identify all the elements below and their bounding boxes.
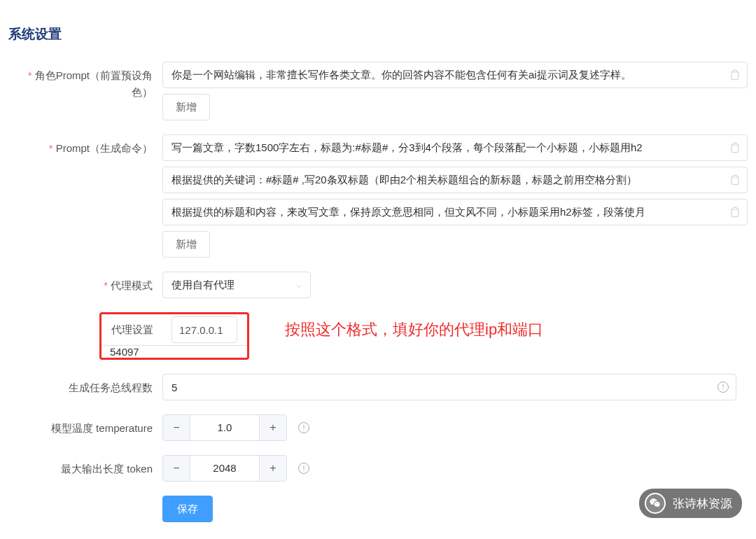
label-proxy-settings: 代理设置 [111,323,153,337]
trash-icon[interactable] [729,206,741,218]
row-prompt: *Prompt（生成命令） 写一篇文章，字数1500字左右，标题为:#标题#，分… [8,134,748,258]
info-icon: ! [298,422,309,433]
row-proxy-mode: *代理模式 使用自有代理 [8,272,748,298]
row-role-prompt: *角色Prompt（前置预设角色） 你是一个网站编辑，非常擅长写作各类文章。你的… [8,62,748,120]
trash-icon[interactable] [729,142,741,153]
threads-input[interactable]: 5 ! [162,374,736,400]
chevron-down-icon [295,281,303,289]
label-max-tokens: 最大输出长度 token [8,455,162,477]
max-tokens-minus-button[interactable]: − [163,456,190,481]
temperature-plus-button[interactable]: + [260,415,286,440]
save-button[interactable]: 保存 [162,496,213,522]
temperature-stepper: − 1.0 + [162,414,287,441]
max-tokens-plus-button[interactable]: + [260,456,286,481]
proxy-ip-input[interactable]: 127.0.0.1 [172,316,237,343]
proxy-annotation: 按照这个格式，填好你的代理ip和端口 [285,319,543,340]
info-icon: ! [298,463,309,474]
info-icon: ! [718,382,729,393]
prompt-input-0[interactable]: 写一篇文章，字数1500字左右，标题为:#标题#，分3到4个段落，每个段落配一个… [162,134,748,161]
role-prompt-input-0[interactable]: 你是一个网站编辑，非常擅长写作各类文章。你的回答内容不能包含任何有关ai提示词及… [162,62,748,88]
proxy-mode-select[interactable]: 使用自有代理 [162,272,311,298]
page-title: 系统设置 [8,25,748,43]
proxy-port-input[interactable]: 54097 [102,345,247,358]
row-max-tokens: 最大输出长度 token − 2048 + ! [8,455,748,482]
max-tokens-stepper: − 2048 + [162,455,287,482]
label-threads: 生成任务总线程数 [8,374,162,396]
add-role-prompt-button[interactable]: 新增 [162,94,210,120]
wechat-source-badge: 张诗林资源 [639,489,742,518]
row-proxy-settings: 代理设置 127.0.0.1 54097 按照这个格式，填好你的代理ip和端口 [8,312,748,360]
label-prompt: *Prompt（生成命令） [8,134,162,157]
label-proxy-mode: *代理模式 [8,272,162,294]
prompt-input-1[interactable]: 根据提供的关键词：#标题# ,写20条双标题（即由2个相关标题组合的新标题，标题… [162,167,748,193]
temperature-value[interactable]: 1.0 [190,415,260,440]
proxy-settings-group: 代理设置 127.0.0.1 54097 [99,312,249,360]
label-temperature: 模型温度 temperature [8,414,162,437]
row-threads: 生成任务总线程数 5 ! [8,374,748,400]
wechat-icon [645,493,666,514]
prompt-input-2[interactable]: 根据提供的标题和内容，来改写文章，保持原文意思相同，但文风不同，小标题采用h2标… [162,199,748,225]
row-save: 保存 [8,496,748,522]
wechat-source-label: 张诗林资源 [673,496,732,512]
label-role-prompt: *角色Prompt（前置预设角色） [8,62,162,101]
row-temperature: 模型温度 temperature − 1.0 + ! [8,414,748,441]
add-prompt-button[interactable]: 新增 [162,231,210,258]
max-tokens-value[interactable]: 2048 [190,456,260,481]
trash-icon[interactable] [729,69,741,80]
trash-icon[interactable] [729,174,741,186]
temperature-minus-button[interactable]: − [163,415,190,440]
